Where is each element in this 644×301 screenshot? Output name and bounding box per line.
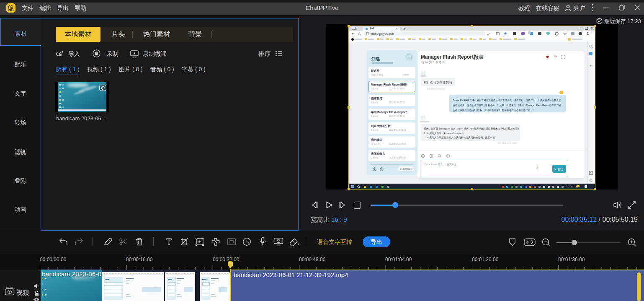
- svg-text:?: ?: [381, 168, 383, 171]
